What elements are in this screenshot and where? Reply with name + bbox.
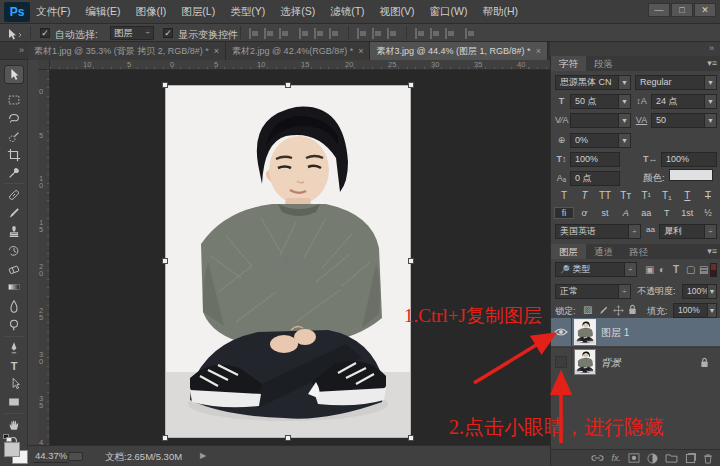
- font-family-dropdown[interactable]: 思源黑体 CN▼: [555, 75, 631, 90]
- align-distribute-icon-5[interactable]: [328, 28, 339, 39]
- tracking-dropdown[interactable]: 50▼: [651, 113, 717, 128]
- vertical-ruler[interactable]: 0510152025303540: [38, 70, 50, 445]
- auto-select-checkbox[interactable]: ✓: [40, 28, 50, 38]
- type-style-button-3[interactable]: Tᴛ: [617, 190, 635, 201]
- opentype-button-2[interactable]: st: [596, 208, 614, 218]
- transform-handle[interactable]: [285, 82, 291, 88]
- tool-type[interactable]: T: [5, 357, 23, 374]
- tsume-dropdown[interactable]: 0%▼: [570, 133, 631, 148]
- type-style-button-4[interactable]: T¹: [637, 190, 655, 201]
- filter-pixel-icon[interactable]: ▣: [645, 264, 654, 275]
- align-distribute-icon-1[interactable]: [263, 28, 274, 39]
- align-distribute-icon-3[interactable]: [298, 28, 309, 39]
- align-distribute-icon-2[interactable]: [278, 28, 289, 39]
- leading-dropdown[interactable]: 24 点▼: [651, 94, 717, 109]
- link-layers-icon[interactable]: [591, 453, 604, 463]
- horizontal-ruler[interactable]: 1050510152025303540: [50, 60, 550, 70]
- align-distribute-icon-12[interactable]: [464, 28, 475, 39]
- layer-thumbnail[interactable]: [575, 320, 595, 344]
- align-distribute-icon-6[interactable]: [356, 28, 367, 39]
- filter-smart-object-icon[interactable]: ▤: [699, 264, 708, 275]
- visibility-toggle[interactable]: [551, 348, 572, 376]
- tool-dodge[interactable]: [5, 316, 23, 333]
- horizontal-scale-field[interactable]: 100%: [661, 152, 717, 167]
- tool-history-brush[interactable]: [5, 242, 23, 259]
- tool-clone-stamp[interactable]: [5, 223, 23, 240]
- tab-close-icon[interactable]: ×: [536, 46, 541, 56]
- align-distribute-icon-10[interactable]: [429, 28, 440, 39]
- baseline-shift-field[interactable]: 0 点: [570, 171, 620, 186]
- menu-item-7[interactable]: 视图(V): [380, 5, 415, 19]
- tab-paragraph[interactable]: 段落: [586, 56, 621, 71]
- show-transform-checkbox[interactable]: ✓: [163, 28, 173, 38]
- transform-handle[interactable]: [408, 435, 414, 441]
- transform-handle[interactable]: [408, 82, 414, 88]
- zoom-level-field[interactable]: 44.37%: [33, 450, 69, 463]
- close-button[interactable]: ✕: [694, 3, 716, 17]
- layer-row-background[interactable]: 背景: [551, 347, 720, 375]
- layer-name[interactable]: 背景: [601, 356, 621, 370]
- menu-item-4[interactable]: 类型(Y): [230, 5, 265, 19]
- type-style-button-1[interactable]: T: [576, 190, 594, 201]
- tool-shape[interactable]: [5, 393, 23, 410]
- tab-paths[interactable]: 路径: [621, 244, 656, 259]
- tool-healing-brush[interactable]: [5, 186, 23, 203]
- blend-mode-dropdown[interactable]: 正常÷: [555, 284, 631, 299]
- vertical-scale-field[interactable]: 100%: [570, 152, 620, 167]
- opentype-button-6[interactable]: 1st: [678, 208, 696, 218]
- new-group-icon[interactable]: [665, 453, 678, 463]
- transform-handle[interactable]: [162, 258, 168, 264]
- tab-channels[interactable]: 通道: [586, 244, 621, 259]
- type-style-button-2[interactable]: TT: [596, 190, 614, 201]
- filter-toggle-switch[interactable]: [710, 263, 717, 277]
- layer-style-icon[interactable]: fx.: [611, 453, 621, 463]
- tab-character[interactable]: 字符: [551, 56, 586, 71]
- maximize-button[interactable]: □: [671, 3, 693, 17]
- menu-item-1[interactable]: 编辑(E): [85, 5, 120, 19]
- language-dropdown[interactable]: 美国英语÷: [555, 224, 641, 239]
- transform-handle[interactable]: [162, 435, 168, 441]
- tab-close-icon[interactable]: ×: [214, 46, 219, 56]
- status-expand-icon[interactable]: ▶: [200, 451, 206, 460]
- type-style-button-7[interactable]: T: [699, 190, 717, 201]
- font-style-dropdown[interactable]: Regular▼: [635, 75, 717, 90]
- document-tab-2[interactable]: 素材2.jpg @ 42.4%(RGB/8#) *×: [226, 42, 370, 60]
- align-distribute-icon-8[interactable]: [386, 28, 397, 39]
- filter-shape-icon[interactable]: ▢: [686, 264, 695, 275]
- tool-blur[interactable]: [5, 297, 23, 314]
- transform-handle[interactable]: [285, 435, 291, 441]
- tool-quick-select[interactable]: [5, 128, 23, 145]
- delete-layer-icon[interactable]: [703, 453, 713, 464]
- anti-alias-dropdown[interactable]: 犀利÷: [659, 224, 717, 239]
- type-style-button-5[interactable]: T₁: [658, 190, 676, 201]
- menu-item-3[interactable]: 图层(L): [181, 5, 215, 19]
- tab-close-icon[interactable]: ×: [358, 46, 363, 56]
- lock-all-icon[interactable]: [628, 304, 637, 315]
- eye-hidden-checkbox[interactable]: [555, 356, 567, 368]
- menu-item-8[interactable]: 窗口(W): [430, 5, 468, 19]
- align-distribute-icon-11[interactable]: [444, 28, 455, 39]
- transform-handle[interactable]: [162, 82, 168, 88]
- tool-crop[interactable]: [5, 146, 23, 163]
- opentype-button-1[interactable]: ơ: [576, 208, 594, 218]
- visibility-toggle[interactable]: [551, 318, 572, 346]
- filter-type-dropdown[interactable]: 🔎 类型÷: [555, 262, 637, 277]
- menu-item-9[interactable]: 帮助(H): [483, 5, 519, 19]
- filter-adjustment-icon[interactable]: ◐: [659, 264, 665, 275]
- panel-collapse-button[interactable]: »: [550, 42, 720, 56]
- tool-brush[interactable]: [5, 204, 23, 221]
- opentype-button-0[interactable]: fi: [555, 208, 573, 218]
- text-color-swatch[interactable]: [669, 169, 713, 181]
- align-distribute-icon-4[interactable]: [313, 28, 324, 39]
- adjustment-layer-icon[interactable]: [647, 453, 658, 464]
- lock-transparency-icon[interactable]: ▨: [583, 304, 592, 315]
- tool-hand[interactable]: [5, 416, 23, 433]
- foreground-color-swatch[interactable]: [4, 442, 20, 457]
- transform-handle[interactable]: [408, 258, 414, 264]
- opentype-button-3[interactable]: A: [617, 208, 635, 218]
- document-tab-3[interactable]: 素材3.jpg @ 44.4% (图层 1, RGB/8#) *×: [370, 42, 547, 60]
- menu-item-2[interactable]: 图像(I): [135, 5, 166, 19]
- tool-eraser[interactable]: [5, 260, 23, 277]
- tool-marquee[interactable]: [5, 91, 23, 108]
- lock-pixels-icon[interactable]: [598, 305, 609, 316]
